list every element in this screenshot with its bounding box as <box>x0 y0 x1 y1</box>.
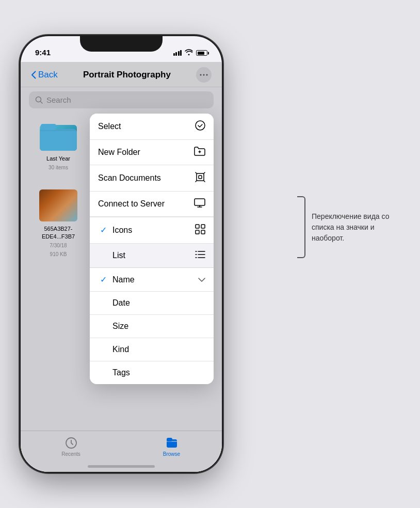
checkmark-circle-icon <box>195 120 205 133</box>
menu-item-label: Size <box>112 322 128 331</box>
svg-rect-11 <box>195 199 205 205</box>
monitor-icon <box>194 198 205 210</box>
menu-item-label: Connect to Server <box>98 199 165 209</box>
menu-item-tags[interactable]: Tags <box>90 361 214 384</box>
scan-icon <box>195 172 205 184</box>
menu-item-label: Date <box>112 298 130 308</box>
svg-rect-14 <box>196 230 199 234</box>
menu-item-size[interactable]: Size <box>90 315 214 338</box>
menu-item-label: List <box>112 251 125 260</box>
menu-item-select[interactable]: Select <box>90 114 214 140</box>
menu-item-connect-server[interactable]: Connect to Server <box>90 192 214 217</box>
menu-item-label: Kind <box>112 345 129 354</box>
screen: Back Portrait Photography Search <box>21 62 222 472</box>
annotation: Переключение вида со списка на значки и … <box>297 196 405 258</box>
svg-rect-12 <box>196 225 199 228</box>
menu-item-label: Icons <box>112 226 132 235</box>
status-icons <box>173 49 208 58</box>
menu-item-icons[interactable]: ✓ Icons <box>90 217 214 244</box>
menu-item-scan-documents[interactable]: Scan Documents <box>90 165 214 192</box>
wifi-icon <box>185 49 193 57</box>
folder-plus-icon <box>194 147 205 158</box>
menu-item-label: Select <box>98 122 121 131</box>
menu-item-list[interactable]: List <box>90 244 214 268</box>
menu-item-label: Tags <box>112 368 130 377</box>
status-time: 9:41 <box>35 48 51 58</box>
svg-rect-9 <box>197 173 204 181</box>
svg-rect-13 <box>201 225 205 228</box>
chevron-down-icon <box>198 275 205 284</box>
svg-rect-10 <box>199 176 202 179</box>
phone-shell: 9:41 <box>21 36 222 472</box>
svg-rect-15 <box>201 230 205 234</box>
menu-item-label: Name <box>112 275 135 284</box>
signal-icon <box>173 50 182 56</box>
svg-point-8 <box>196 121 205 130</box>
menu-item-date[interactable]: Date <box>90 292 214 315</box>
grid-icon <box>195 224 205 236</box>
notch <box>80 36 163 52</box>
menu-item-label: New Folder <box>98 148 140 157</box>
list-icon <box>195 250 205 261</box>
menu-item-new-folder[interactable]: New Folder <box>90 140 214 165</box>
annotation-bracket <box>297 196 305 258</box>
annotation-text: Переключение вида со списка на значки и … <box>312 211 405 244</box>
dropdown-menu: Select New Folder <box>90 114 214 384</box>
menu-item-kind[interactable]: Kind <box>90 338 214 361</box>
menu-item-label: Scan Documents <box>98 173 161 183</box>
battery-icon <box>196 50 207 56</box>
checkmark-icon: ✓ <box>98 225 108 235</box>
checkmark-icon: ✓ <box>98 275 108 284</box>
menu-item-name[interactable]: ✓ Name <box>90 268 214 292</box>
